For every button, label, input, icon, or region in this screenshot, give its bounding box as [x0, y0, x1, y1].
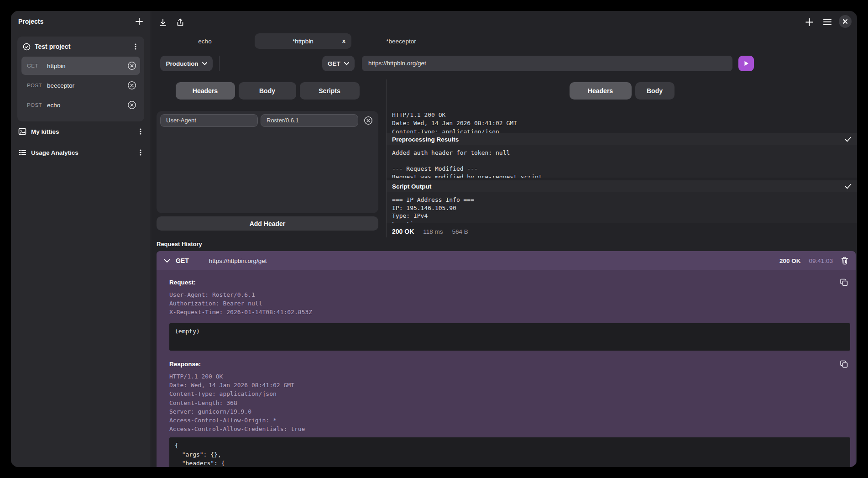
response-tabs: Headers Body: [387, 82, 857, 100]
delete-request-button[interactable]: [127, 100, 136, 110]
request-item-echo[interactable]: POST echo: [21, 96, 140, 114]
request-body-text: (empty): [175, 327, 845, 336]
tab-response-headers[interactable]: Headers: [570, 82, 632, 100]
script-output-header[interactable]: Script Output: [387, 180, 857, 192]
request-section-label: Request:: [169, 279, 196, 286]
tab-response-body[interactable]: Body: [635, 82, 675, 100]
status-size: 564 B: [452, 228, 468, 235]
history-response-headers: HTTP/1.1 200 OK Date: Wed, 14 Jan 2026 0…: [169, 372, 305, 433]
tab-label: *beeceptor: [386, 38, 416, 45]
copy-request-button[interactable]: [839, 278, 848, 287]
environment-label: Production: [166, 60, 198, 67]
kebab-menu-icon[interactable]: [137, 128, 144, 135]
kebab-menu-icon[interactable]: [137, 149, 144, 156]
tab-label: *httpbin: [293, 38, 314, 45]
history-url: https://httpbin.org/get: [209, 257, 267, 264]
tab-beeceptor[interactable]: *beeceptor: [353, 33, 450, 49]
tab-request-body[interactable]: Body: [239, 82, 296, 100]
sidebar: Projects Test project GET httpbin: [11, 11, 151, 467]
play-icon: [743, 60, 749, 67]
send-request-button[interactable]: [738, 56, 754, 71]
export-button[interactable]: [175, 17, 186, 28]
headers-editor: User-Agent Roster/0.6.1: [157, 111, 378, 213]
circle-x-icon: [127, 81, 136, 90]
remove-header-button[interactable]: [364, 116, 373, 125]
add-project-button[interactable]: [133, 16, 145, 27]
response-body-text: { "args": {}, "headers": {: [175, 441, 845, 467]
request-name: echo: [47, 102, 60, 109]
header-key-input[interactable]: User-Agent: [160, 114, 258, 127]
collection-name: My kitties: [31, 128, 59, 135]
plus-icon: [805, 18, 814, 26]
chevron-down-icon[interactable]: [164, 259, 170, 263]
circle-x-icon: [127, 100, 136, 110]
response-section-label: Response:: [169, 361, 201, 368]
copy-icon: [840, 278, 848, 286]
download-icon: [158, 18, 167, 27]
tab-echo[interactable]: echo: [157, 33, 253, 49]
request-item-httpbin[interactable]: GET httpbin: [21, 57, 140, 75]
menu-button[interactable]: [822, 16, 833, 27]
trash-icon: [841, 257, 848, 265]
image-icon: [18, 127, 26, 136]
tab-httpbin[interactable]: *httpbin x: [255, 33, 351, 49]
environment-selector[interactable]: Production: [160, 56, 213, 71]
add-header-button[interactable]: Add Header: [157, 216, 378, 231]
status-time: 118 ms: [423, 228, 443, 235]
check-icon: [845, 184, 852, 189]
hamburger-icon: [823, 18, 832, 26]
tab-label: echo: [198, 38, 211, 45]
sidebar-item-usage-analytics[interactable]: Usage Analytics: [11, 144, 151, 161]
script-output-text: === IP Address Info === IP: 195.146.105.…: [387, 192, 857, 223]
response-headers-preview[interactable]: HTTP/1.1 200 OK Date: Wed, 14 Jan 2026 0…: [392, 111, 853, 133]
sidebar-title: Projects: [18, 18, 43, 25]
delete-request-button[interactable]: [127, 81, 136, 90]
history-response-body[interactable]: { "args": {}, "headers": {: [169, 437, 850, 467]
kebab-menu-icon[interactable]: [132, 43, 139, 50]
new-tab-button[interactable]: [804, 16, 815, 27]
close-icon: [842, 19, 848, 24]
circle-x-icon: [127, 61, 136, 70]
import-button[interactable]: [157, 17, 168, 28]
circle-x-icon: [364, 116, 373, 125]
response-headers-text: HTTP/1.1 200 OK Date: Wed, 14 Jan 2026 0…: [392, 111, 853, 133]
status-code: 200 OK: [392, 228, 414, 235]
tab-request-scripts[interactable]: Scripts: [300, 82, 360, 100]
section-title: Script Output: [392, 183, 431, 190]
response-status-row: 200 OK 118 ms 564 B: [387, 225, 857, 238]
close-tab-button[interactable]: x: [342, 37, 345, 44]
copy-icon: [840, 360, 848, 368]
request-history-title: Request History: [157, 241, 202, 247]
request-name: beeceptor: [47, 82, 74, 89]
chevron-down-icon: [202, 62, 207, 65]
project-name: Test project: [35, 43, 70, 50]
history-status: 200 OK: [779, 257, 801, 264]
method-selector[interactable]: GET: [322, 56, 355, 71]
history-entry: GET https://httpbin.org/get 200 OK 09:41…: [157, 251, 856, 467]
collection-name: Usage Analytics: [31, 149, 78, 156]
tab-request-headers[interactable]: Headers: [176, 82, 235, 100]
close-window-button[interactable]: [839, 15, 852, 28]
history-request-body[interactable]: (empty): [169, 323, 850, 351]
history-method: GET: [176, 257, 189, 264]
script-output-output[interactable]: === IP Address Info === IP: 195.146.105.…: [387, 192, 857, 223]
project-group-header[interactable]: Test project: [17, 37, 144, 57]
clock-check-icon: [23, 43, 31, 51]
preprocessing-results-output[interactable]: Added auth header for token: null --- Re…: [387, 145, 857, 178]
request-method-label: GET: [21, 63, 43, 68]
header-value-input[interactable]: Roster/0.6.1: [261, 114, 358, 127]
request-method-label: POST: [21, 102, 43, 108]
plus-icon: [135, 17, 143, 26]
share-icon: [176, 18, 185, 27]
url-input[interactable]: https://httpbin.org/get: [362, 56, 732, 71]
request-name: httpbin: [47, 63, 66, 69]
history-entry-header[interactable]: GET https://httpbin.org/get 200 OK 09:41…: [157, 251, 856, 270]
delete-history-button[interactable]: [841, 257, 848, 265]
request-item-beeceptor[interactable]: POST beeceptor: [21, 76, 140, 95]
copy-response-button[interactable]: [839, 359, 848, 368]
preprocessing-results-header[interactable]: Preprocessing Results: [387, 133, 857, 145]
sidebar-item-my-kitties[interactable]: My kitties: [11, 123, 151, 140]
check-icon: [845, 137, 852, 142]
delete-request-button[interactable]: [127, 61, 136, 70]
preprocessing-results-text: Added auth header for token: null --- Re…: [387, 145, 857, 178]
